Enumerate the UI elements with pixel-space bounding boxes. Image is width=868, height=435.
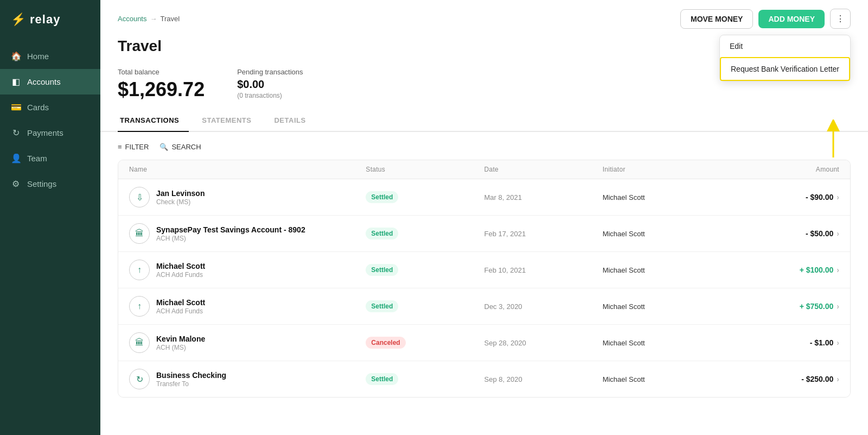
tx-icon: ↑ bbox=[129, 260, 150, 280]
th-initiator: Initiator bbox=[603, 166, 721, 173]
sidebar-item-label: Accounts bbox=[27, 77, 61, 86]
td-status: Settled bbox=[366, 191, 484, 203]
transactions-area: ≡ FILTER 🔍 SEARCH NameStatusDateInitiato… bbox=[100, 132, 868, 408]
tx-sub: ACH (MS) bbox=[156, 344, 205, 351]
sidebar-item-label: Team bbox=[27, 154, 47, 163]
td-amount: + $100.00 › bbox=[721, 266, 839, 274]
amount-value: - $1.00 bbox=[810, 338, 834, 347]
tx-icon: 🏛 bbox=[129, 332, 150, 353]
table-row[interactable]: ↻ Business Checking Transfer To Settled … bbox=[118, 361, 850, 397]
arrow-indicator bbox=[822, 119, 844, 163]
topbar: Accounts → Travel MOVE MONEY ADD MONEY ⋮… bbox=[100, 0, 868, 29]
sidebar-item-cards[interactable]: 💳Cards bbox=[0, 94, 100, 120]
dropdown-item-request-verification[interactable]: Request Bank Verification Letter bbox=[720, 57, 850, 81]
sidebar-item-label: Home bbox=[27, 52, 49, 61]
breadcrumb: Accounts → Travel bbox=[118, 15, 180, 23]
tabs: TRANSACTIONSSTATEMENTSDETAILS bbox=[100, 110, 868, 132]
breadcrumb-separator: → bbox=[150, 15, 157, 23]
table-row[interactable]: 🏛 SynapsePay Test Savings Account - 8902… bbox=[118, 216, 850, 252]
td-status: Canceled bbox=[366, 337, 484, 349]
tx-sub: Check (MS) bbox=[156, 198, 205, 206]
sidebar-item-home[interactable]: 🏠Home bbox=[0, 43, 100, 69]
tx-sub: ACH Add Funds bbox=[156, 307, 205, 315]
add-money-button[interactable]: ADD MONEY bbox=[758, 10, 825, 28]
table-header: NameStatusDateInitiatorAmount bbox=[118, 160, 850, 179]
td-status: Settled bbox=[366, 264, 484, 276]
tx-sub: ACH (MS) bbox=[156, 235, 305, 242]
table-row[interactable]: 🏛 Kevin Malone ACH (MS) Canceled Sep 28,… bbox=[118, 325, 850, 361]
amount-value: - $90.00 bbox=[806, 193, 833, 201]
row-name-cell: 🏛 Kevin Malone ACH (MS) bbox=[129, 332, 366, 353]
tab-transactions[interactable]: TRANSACTIONS bbox=[118, 110, 189, 132]
td-date: Feb 17, 2021 bbox=[484, 230, 603, 238]
sidebar-item-label: Cards bbox=[27, 103, 49, 112]
row-name-cell: ↑ Michael Scott ACH Add Funds bbox=[129, 260, 366, 280]
table-row[interactable]: ↑ Michael Scott ACH Add Funds Settled De… bbox=[118, 288, 850, 325]
filter-button[interactable]: ≡ FILTER bbox=[118, 143, 149, 151]
tx-icon: 🏛 bbox=[129, 223, 150, 244]
td-amount: - $1.00 › bbox=[721, 338, 839, 347]
chevron-right-icon[interactable]: › bbox=[837, 302, 839, 311]
td-initiator: Michael Scott bbox=[603, 266, 721, 274]
tx-name: Michael Scott bbox=[156, 262, 205, 270]
td-initiator: Michael Scott bbox=[603, 339, 721, 347]
status-badge: Settled bbox=[366, 228, 398, 239]
th-status: Status bbox=[366, 166, 484, 173]
chevron-right-icon[interactable]: › bbox=[837, 229, 839, 238]
row-name-cell: ↻ Business Checking Transfer To bbox=[129, 369, 366, 389]
move-money-button[interactable]: MOVE MONEY bbox=[680, 9, 753, 29]
chevron-right-icon[interactable]: › bbox=[837, 338, 839, 347]
td-date: Feb 10, 2021 bbox=[484, 266, 603, 274]
td-date: Sep 28, 2020 bbox=[484, 339, 603, 347]
more-options-button[interactable]: ⋮ bbox=[830, 9, 851, 29]
amount-value: + $750.00 bbox=[800, 302, 834, 311]
tx-name: Kevin Malone bbox=[156, 335, 205, 343]
th-amount: Amount bbox=[721, 166, 839, 173]
status-badge: Settled bbox=[366, 373, 398, 385]
settings-icon: ⚙ bbox=[11, 179, 21, 189]
tx-name: Jan Levinson bbox=[156, 189, 205, 198]
pending-transactions: Pending transactions $0.00 (0 transactio… bbox=[237, 68, 303, 101]
td-date: Dec 3, 2020 bbox=[484, 302, 603, 311]
chevron-right-icon[interactable]: › bbox=[837, 375, 839, 383]
accounts-icon: ◧ bbox=[11, 77, 21, 87]
breadcrumb-accounts-link[interactable]: Accounts bbox=[118, 15, 146, 23]
th-name: Name bbox=[129, 166, 366, 173]
payments-icon: ↻ bbox=[11, 128, 21, 138]
th-date: Date bbox=[484, 166, 603, 173]
tx-name: SynapsePay Test Savings Account - 8902 bbox=[156, 225, 305, 234]
chevron-right-icon[interactable]: › bbox=[837, 266, 839, 274]
sidebar-item-settings[interactable]: ⚙Settings bbox=[0, 171, 100, 197]
total-balance: Total balance $1,269.72 bbox=[118, 68, 205, 101]
chevron-right-icon[interactable]: › bbox=[837, 193, 839, 201]
tab-details[interactable]: DETAILS bbox=[272, 110, 315, 132]
tab-statements[interactable]: STATEMENTS bbox=[200, 110, 261, 132]
filter-icon: ≡ bbox=[118, 143, 122, 151]
td-amount: + $750.00 › bbox=[721, 302, 839, 311]
sidebar-item-accounts[interactable]: ◧Accounts bbox=[0, 69, 100, 94]
td-status: Settled bbox=[366, 373, 484, 385]
table-row[interactable]: ↑ Michael Scott ACH Add Funds Settled Fe… bbox=[118, 252, 850, 288]
team-icon: 👤 bbox=[11, 153, 21, 163]
tx-info: Jan Levinson Check (MS) bbox=[156, 189, 205, 206]
tx-info: Business Checking Transfer To bbox=[156, 371, 226, 388]
status-badge: Settled bbox=[366, 264, 398, 276]
dropdown-item-edit[interactable]: Edit bbox=[720, 35, 850, 57]
sidebar-item-team[interactable]: 👤Team bbox=[0, 146, 100, 171]
breadcrumb-current: Travel bbox=[160, 15, 180, 23]
tx-info: Kevin Malone ACH (MS) bbox=[156, 335, 205, 351]
filter-bar: ≡ FILTER 🔍 SEARCH bbox=[118, 143, 851, 151]
tx-info: SynapsePay Test Savings Account - 8902 A… bbox=[156, 225, 305, 242]
sidebar-item-payments[interactable]: ↻Payments bbox=[0, 120, 100, 146]
logo: ⚡ relay bbox=[0, 0, 100, 39]
sidebar-item-label: Settings bbox=[27, 179, 56, 188]
page-title: Travel bbox=[118, 37, 162, 55]
sidebar-nav: 🏠Home◧Accounts💳Cards↻Payments👤Team⚙Setti… bbox=[0, 39, 100, 201]
td-amount: - $250.00 › bbox=[721, 375, 839, 383]
search-button[interactable]: 🔍 SEARCH bbox=[159, 143, 201, 151]
td-amount: - $50.00 › bbox=[721, 229, 839, 238]
tx-sub: ACH Add Funds bbox=[156, 271, 205, 279]
balance-amount: $1,269.72 bbox=[118, 78, 205, 101]
transactions-table: NameStatusDateInitiatorAmount ⇩ Jan Levi… bbox=[118, 160, 851, 398]
table-row[interactable]: ⇩ Jan Levinson Check (MS) Settled Mar 8,… bbox=[118, 179, 850, 216]
